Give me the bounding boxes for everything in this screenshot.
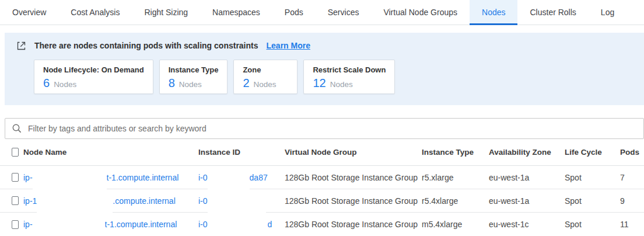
row-checkbox[interactable] (12, 196, 19, 205)
tab-pods[interactable]: Pods (272, 0, 316, 25)
tab-label: Nodes (482, 8, 505, 17)
card-unit: Nodes (330, 80, 353, 89)
node-name-cell: ip-1.compute.internal (23, 190, 198, 211)
filter-search-box (5, 118, 644, 139)
tab-label: Cost Analysis (71, 8, 120, 17)
tab-label: Right Sizing (144, 8, 188, 17)
instance-id-link[interactable]: i-0 (198, 196, 208, 206)
tab-namespaces[interactable]: Namespaces (200, 0, 272, 25)
banner-message: There are nodes containing pods with sca… (34, 41, 258, 50)
card-title: Zone (243, 65, 288, 74)
virtual-node-group-cell: 128Gb Root Storage Instance Group (285, 220, 422, 229)
availability-zone-cell: eu-west-1a (489, 173, 565, 182)
instance-id-link[interactable]: i-0 (198, 220, 208, 229)
card-unit: Nodes (179, 80, 202, 89)
column-header-virtual-node-group: Virtual Node Group (285, 148, 422, 157)
column-header-pods: Pods (620, 148, 644, 157)
constraint-card-instance-type[interactable]: Instance Type 8 Nodes (159, 60, 228, 94)
node-name-link[interactable]: ip-1 (23, 196, 37, 206)
column-header-availability-zone: Availability Zone (489, 148, 565, 157)
tab-label: Services (328, 8, 359, 17)
redaction-box (208, 216, 268, 236)
learn-more-link[interactable]: Learn More (267, 41, 310, 50)
tab-right-sizing[interactable]: Right Sizing (132, 0, 200, 25)
tab-log[interactable]: Log (589, 0, 626, 25)
redaction-box (33, 169, 107, 190)
node-name-cell: ip-t-1.compute.internal (23, 214, 198, 235)
tab-cost-analysis[interactable]: Cost Analysis (58, 0, 132, 25)
table-row: ip-t-1.compute.internal i-0da87 128Gb Ro… (0, 166, 644, 189)
pods-cell: 11 (620, 220, 644, 229)
instance-type-cell: r5.xlarge (422, 173, 489, 182)
instance-id-link[interactable]: da87 (250, 173, 268, 182)
search-icon (12, 123, 22, 134)
select-all-checkbox[interactable] (12, 148, 19, 157)
row-checkbox[interactable] (12, 173, 19, 182)
availability-zone-cell: eu-west-1c (489, 220, 565, 229)
card-value: 12 Nodes (313, 77, 386, 89)
tab-label: Virtual Node Groups (383, 8, 457, 17)
nodes-table: Node Name Instance ID Virtual Node Group… (0, 139, 644, 236)
card-unit: Nodes (54, 80, 76, 89)
pods-cell: 9 (620, 196, 644, 206)
table-header-row: Node Name Instance ID Virtual Node Group… (0, 139, 644, 166)
tab-bar: Overview Cost Analysis Right Sizing Name… (0, 0, 644, 25)
instance-id-link[interactable]: i-0 (198, 173, 208, 182)
tab-nodes[interactable]: Nodes (470, 0, 517, 25)
tab-label: Pods (285, 8, 303, 17)
node-name-cell: ip-t-1.compute.internal (23, 167, 198, 188)
node-name-link[interactable]: ip- (23, 173, 33, 182)
instance-type-cell: r5.4xlarge (422, 196, 489, 206)
instance-id-cell: i-0da87 (198, 167, 285, 188)
redaction-box (208, 169, 250, 190)
redaction-box (208, 192, 266, 213)
table-row: ip-1.compute.internal i-0 128Gb Root Sto… (0, 189, 644, 213)
node-name-link[interactable]: t-1.compute.internal (105, 220, 177, 229)
column-header-instance-id: Instance ID (198, 148, 285, 157)
card-title: Node Lifecycle: On Demand (43, 65, 144, 74)
card-value: 2 Nodes (243, 77, 288, 89)
virtual-node-group-cell: 128Gb Root Storage Instance Group (285, 173, 422, 182)
row-checkbox[interactable] (12, 220, 19, 229)
virtual-node-group-cell: 128Gb Root Storage Instance Group (285, 196, 422, 206)
tab-overview[interactable]: Overview (0, 0, 58, 25)
instance-type-cell: m5.4xlarge (422, 220, 489, 229)
column-header-instance-type: Instance Type (422, 148, 489, 157)
card-count: 2 (243, 77, 249, 89)
card-count: 12 (313, 77, 326, 89)
tab-services[interactable]: Services (316, 0, 372, 25)
scale-up-icon (16, 41, 26, 51)
node-name-link[interactable]: ip- (23, 220, 33, 229)
redaction-box (37, 192, 113, 213)
tab-label: Namespaces (212, 8, 260, 17)
scaling-constraints-banner: There are nodes containing pods with sca… (5, 33, 644, 105)
redaction-box (33, 216, 105, 236)
banner-message-row: There are nodes containing pods with sca… (16, 40, 632, 51)
card-unit: Nodes (254, 80, 276, 89)
constraint-card-restrict-scale-down[interactable]: Restrict Scale Down 12 Nodes (303, 60, 395, 94)
life-cycle-cell: Spot (565, 196, 620, 206)
life-cycle-cell: Spot (565, 220, 620, 229)
column-header-node-name: Node Name (23, 148, 198, 157)
instance-id-link[interactable]: d (268, 220, 272, 229)
instance-id-cell: i-0d (198, 214, 285, 235)
availability-zone-cell: eu-west-1a (489, 196, 565, 206)
node-name-link[interactable]: .compute.internal (113, 196, 175, 206)
constraint-card-zone[interactable]: Zone 2 Nodes (233, 60, 298, 94)
constraint-card-node-lifecycle[interactable]: Node Lifecycle: On Demand 6 Nodes (34, 60, 153, 94)
card-value: 8 Nodes (169, 77, 219, 89)
constraint-cards: Node Lifecycle: On Demand 6 Nodes Instan… (34, 60, 632, 94)
search-input[interactable] (28, 124, 637, 133)
tab-label: Cluster Rolls (530, 8, 576, 17)
life-cycle-cell: Spot (565, 173, 620, 182)
card-title: Restrict Scale Down (313, 65, 386, 74)
tab-cluster-rolls[interactable]: Cluster Rolls (517, 0, 588, 25)
table-row: ip-t-1.compute.internal i-0d 128Gb Root … (0, 213, 644, 236)
tab-label: Overview (12, 8, 46, 17)
node-name-link[interactable]: t-1.compute.internal (107, 173, 179, 182)
card-title: Instance Type (169, 65, 219, 74)
tab-virtual-node-groups[interactable]: Virtual Node Groups (371, 0, 470, 25)
instance-id-cell: i-0 (198, 190, 285, 211)
tab-label: Log (601, 8, 614, 17)
card-count: 8 (169, 77, 175, 89)
